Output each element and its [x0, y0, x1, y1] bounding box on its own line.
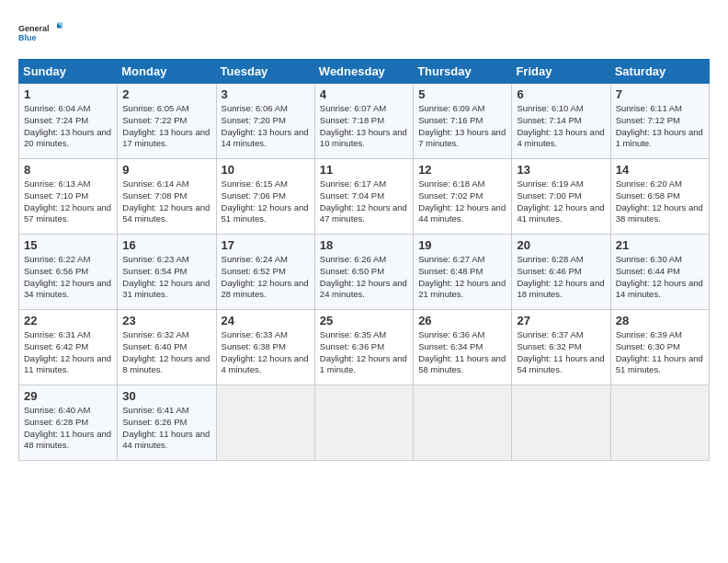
calendar-cell: 17 Sunrise: 6:24 AMSunset: 6:52 PMDaylig… — [216, 235, 314, 310]
cell-info: Sunrise: 6:09 AMSunset: 7:16 PMDaylight:… — [418, 103, 506, 150]
cell-info: Sunrise: 6:15 AMSunset: 7:06 PMDaylight:… — [222, 178, 310, 225]
calendar-cell: 11 Sunrise: 6:17 AMSunset: 7:04 PMDaylig… — [314, 159, 413, 235]
calendar-cell: 16 Sunrise: 6:23 AMSunset: 6:54 PMDaylig… — [118, 235, 216, 310]
day-number: 9 — [122, 163, 210, 177]
weekday-header: Wednesday — [314, 60, 413, 84]
calendar-cell: 6 Sunrise: 6:10 AMSunset: 7:14 PMDayligh… — [512, 84, 610, 159]
day-number: 3 — [222, 87, 310, 101]
day-number: 21 — [616, 238, 704, 252]
day-number: 1 — [24, 87, 112, 101]
day-number: 6 — [517, 87, 605, 101]
calendar-cell: 9 Sunrise: 6:14 AMSunset: 7:08 PMDayligh… — [118, 159, 216, 235]
calendar-table: SundayMondayTuesdayWednesdayThursdayFrid… — [18, 59, 710, 461]
cell-info: Sunrise: 6:10 AMSunset: 7:14 PMDaylight:… — [517, 103, 605, 150]
cell-info: Sunrise: 6:24 AMSunset: 6:52 PMDaylight:… — [222, 254, 310, 301]
header: General Blue — [18, 15, 710, 52]
calendar-week-row: 15 Sunrise: 6:22 AMSunset: 6:56 PMDaylig… — [19, 235, 710, 310]
calendar-cell: 5 Sunrise: 6:09 AMSunset: 7:16 PMDayligh… — [414, 84, 512, 159]
weekday-header: Tuesday — [216, 60, 314, 84]
header-row: SundayMondayTuesdayWednesdayThursdayFrid… — [19, 60, 710, 84]
day-number: 25 — [320, 314, 408, 327]
day-number: 8 — [24, 163, 112, 177]
day-number: 29 — [24, 389, 112, 403]
calendar-cell: 1 Sunrise: 6:04 AMSunset: 7:24 PMDayligh… — [19, 84, 118, 159]
day-number: 24 — [222, 314, 310, 327]
calendar-cell: 4 Sunrise: 6:07 AMSunset: 7:18 PMDayligh… — [314, 84, 413, 159]
calendar-cell: 2 Sunrise: 6:05 AMSunset: 7:22 PMDayligh… — [118, 84, 216, 159]
cell-info: Sunrise: 6:37 AMSunset: 6:32 PMDaylight:… — [517, 329, 605, 376]
calendar-cell — [314, 385, 413, 461]
page: General Blue SundayMondayTuesdayWednesda… — [0, 0, 728, 563]
calendar-cell — [610, 385, 709, 461]
logo: General Blue — [18, 15, 63, 52]
cell-info: Sunrise: 6:35 AMSunset: 6:36 PMDaylight:… — [320, 329, 408, 376]
weekday-header: Monday — [118, 60, 216, 84]
calendar-cell: 21 Sunrise: 6:30 AMSunset: 6:44 PMDaylig… — [610, 235, 709, 310]
calendar-cell — [414, 385, 512, 461]
cell-info: Sunrise: 6:13 AMSunset: 7:10 PMDaylight:… — [24, 178, 112, 225]
cell-info: Sunrise: 6:30 AMSunset: 6:44 PMDaylight:… — [616, 254, 704, 301]
day-number: 27 — [517, 314, 605, 327]
cell-info: Sunrise: 6:32 AMSunset: 6:40 PMDaylight:… — [122, 329, 210, 376]
weekday-header: Friday — [512, 60, 610, 84]
calendar-cell — [512, 385, 610, 461]
day-number: 7 — [616, 87, 704, 101]
calendar-cell: 26 Sunrise: 6:36 AMSunset: 6:34 PMDaylig… — [414, 310, 512, 385]
cell-info: Sunrise: 6:26 AMSunset: 6:50 PMDaylight:… — [320, 254, 408, 301]
cell-info: Sunrise: 6:05 AMSunset: 7:22 PMDaylight:… — [122, 103, 210, 150]
cell-info: Sunrise: 6:31 AMSunset: 6:42 PMDaylight:… — [24, 329, 112, 376]
weekday-header: Sunday — [19, 60, 118, 84]
day-number: 12 — [418, 163, 506, 177]
day-number: 11 — [320, 163, 408, 177]
cell-info: Sunrise: 6:19 AMSunset: 7:00 PMDaylight:… — [517, 178, 605, 225]
day-number: 28 — [616, 314, 704, 327]
cell-info: Sunrise: 6:39 AMSunset: 6:30 PMDaylight:… — [616, 329, 704, 376]
calendar-cell: 24 Sunrise: 6:33 AMSunset: 6:38 PMDaylig… — [216, 310, 314, 385]
calendar-cell: 27 Sunrise: 6:37 AMSunset: 6:32 PMDaylig… — [512, 310, 610, 385]
calendar-cell: 20 Sunrise: 6:28 AMSunset: 6:46 PMDaylig… — [512, 235, 610, 310]
day-number: 20 — [517, 238, 605, 252]
cell-info: Sunrise: 6:41 AMSunset: 6:26 PMDaylight:… — [122, 405, 210, 452]
cell-info: Sunrise: 6:27 AMSunset: 6:48 PMDaylight:… — [418, 254, 506, 301]
calendar-cell: 29 Sunrise: 6:40 AMSunset: 6:28 PMDaylig… — [19, 385, 118, 461]
cell-info: Sunrise: 6:33 AMSunset: 6:38 PMDaylight:… — [222, 329, 310, 376]
calendar-cell: 13 Sunrise: 6:19 AMSunset: 7:00 PMDaylig… — [512, 159, 610, 235]
weekday-header: Thursday — [414, 60, 512, 84]
cell-info: Sunrise: 6:20 AMSunset: 6:58 PMDaylight:… — [616, 178, 704, 225]
day-number: 16 — [122, 238, 210, 252]
cell-info: Sunrise: 6:14 AMSunset: 7:08 PMDaylight:… — [122, 178, 210, 225]
calendar-week-row: 22 Sunrise: 6:31 AMSunset: 6:42 PMDaylig… — [19, 310, 710, 385]
cell-info: Sunrise: 6:17 AMSunset: 7:04 PMDaylight:… — [320, 178, 408, 225]
calendar-week-row: 8 Sunrise: 6:13 AMSunset: 7:10 PMDayligh… — [19, 159, 710, 235]
calendar-cell — [216, 385, 314, 461]
day-number: 13 — [517, 163, 605, 177]
logo-svg: General Blue — [18, 15, 63, 52]
cell-info: Sunrise: 6:36 AMSunset: 6:34 PMDaylight:… — [418, 329, 506, 376]
day-number: 19 — [418, 238, 506, 252]
day-number: 4 — [320, 87, 408, 101]
day-number: 22 — [24, 314, 112, 327]
calendar-cell: 19 Sunrise: 6:27 AMSunset: 6:48 PMDaylig… — [414, 235, 512, 310]
svg-text:General: General — [18, 24, 50, 33]
day-number: 14 — [616, 163, 704, 177]
calendar-week-row: 1 Sunrise: 6:04 AMSunset: 7:24 PMDayligh… — [19, 84, 710, 159]
day-number: 17 — [222, 238, 310, 252]
calendar-cell: 8 Sunrise: 6:13 AMSunset: 7:10 PMDayligh… — [19, 159, 118, 235]
svg-text:Blue: Blue — [18, 33, 37, 42]
calendar-cell: 18 Sunrise: 6:26 AMSunset: 6:50 PMDaylig… — [314, 235, 413, 310]
calendar-cell: 3 Sunrise: 6:06 AMSunset: 7:20 PMDayligh… — [216, 84, 314, 159]
calendar-cell: 12 Sunrise: 6:18 AMSunset: 7:02 PMDaylig… — [414, 159, 512, 235]
calendar-cell: 25 Sunrise: 6:35 AMSunset: 6:36 PMDaylig… — [314, 310, 413, 385]
calendar-cell: 10 Sunrise: 6:15 AMSunset: 7:06 PMDaylig… — [216, 159, 314, 235]
cell-info: Sunrise: 6:18 AMSunset: 7:02 PMDaylight:… — [418, 178, 506, 225]
cell-info: Sunrise: 6:06 AMSunset: 7:20 PMDaylight:… — [222, 103, 310, 150]
cell-info: Sunrise: 6:40 AMSunset: 6:28 PMDaylight:… — [24, 405, 112, 452]
day-number: 23 — [122, 314, 210, 327]
cell-info: Sunrise: 6:07 AMSunset: 7:18 PMDaylight:… — [320, 103, 408, 150]
cell-info: Sunrise: 6:11 AMSunset: 7:12 PMDaylight:… — [616, 103, 704, 150]
calendar-cell: 14 Sunrise: 6:20 AMSunset: 6:58 PMDaylig… — [610, 159, 709, 235]
calendar-cell: 22 Sunrise: 6:31 AMSunset: 6:42 PMDaylig… — [19, 310, 118, 385]
day-number: 2 — [122, 87, 210, 101]
day-number: 15 — [24, 238, 112, 252]
day-number: 5 — [418, 87, 506, 101]
